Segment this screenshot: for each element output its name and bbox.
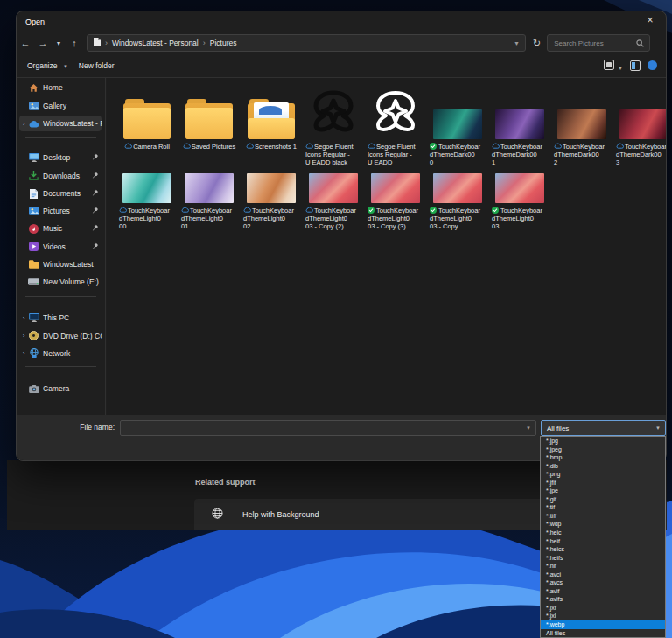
file-label: Screenshots 1 <box>243 143 299 151</box>
documents-icon <box>28 189 39 199</box>
file-item[interactable]: TouchKeyboar dThemeLight0 01 <box>181 172 237 230</box>
file-type-option[interactable]: *.jfif <box>541 479 665 487</box>
file-type-option[interactable]: *.bmp <box>541 453 665 462</box>
navigation-pane: HomeGallery›WindowsLatest - PeDesktopDow… <box>17 78 106 415</box>
recent-locations-icon[interactable]: ▾ <box>52 39 66 47</box>
help-icon[interactable] <box>648 60 657 70</box>
sidebar-item-label: Camera <box>43 384 102 393</box>
file-type-option[interactable]: *.hif <box>541 562 665 571</box>
preview-pane-icon[interactable] <box>630 60 640 71</box>
sidebar-item-documents[interactable]: Documents <box>19 186 102 201</box>
back-icon[interactable]: ← <box>17 38 34 48</box>
sidebar-item-label: Documents <box>43 189 92 198</box>
file-type-select[interactable]: All files ▼ <box>541 420 666 436</box>
file-item[interactable]: TouchKeyboar dThemeLight0 03 - Copy (3) <box>368 172 424 230</box>
expander-icon[interactable]: › <box>19 332 28 340</box>
image-thumbnail <box>309 173 358 203</box>
sidebar-item-windowslatest[interactable]: WindowsLatest <box>19 256 102 272</box>
sidebar-item-dvd-drive-d-ccc[interactable]: ›DVD Drive (D:) CCC <box>19 328 102 344</box>
up-icon[interactable]: ↑ <box>66 38 83 48</box>
file-item[interactable]: Camera Roll <box>119 88 175 151</box>
refresh-icon[interactable]: ↻ <box>533 38 541 49</box>
file-item[interactable]: TouchKeyboar dThemeLight0 03 - Copy (2) <box>305 172 361 230</box>
dvd-icon <box>28 331 39 340</box>
file-type-option[interactable]: *.tiff <box>541 512 665 521</box>
file-label: TouchKeyboar dThemeLight0 02 <box>243 207 299 230</box>
expander-icon[interactable]: › <box>19 349 28 357</box>
file-type-option[interactable]: *.jpeg <box>541 445 665 454</box>
file-type-option[interactable]: *.jpe <box>541 487 665 495</box>
file-type-option[interactable]: *.jpg <box>541 437 665 445</box>
file-name-input[interactable]: ▼ <box>120 420 536 436</box>
sidebar-item-label: Gallery <box>43 102 102 110</box>
sidebar-item-label: DVD Drive (D:) CCC <box>43 332 102 340</box>
file-item[interactable]: TouchKeyboar dThemeLight0 00 <box>119 172 175 230</box>
new-folder-button[interactable]: New folder <box>79 61 115 70</box>
expander-icon[interactable]: › <box>19 314 28 322</box>
music-icon <box>28 224 39 234</box>
file-item[interactable]: TouchKeyboar dThemeLight0 03 <box>492 172 548 230</box>
breadcrumb[interactable]: › WindowsLatest - Personal › Pictures ▼ <box>87 34 526 52</box>
expander-icon[interactable]: › <box>19 120 28 128</box>
file-type-option[interactable]: *.heics <box>541 545 665 554</box>
sidebar-item-windowslatest-pe[interactable]: ›WindowsLatest - Pe <box>19 116 102 131</box>
sidebar-item-videos[interactable]: Videos <box>19 239 102 255</box>
file-item[interactable]: TouchKeyboar dThemeDark00 3 <box>616 88 666 166</box>
file-type-option[interactable]: *.dib <box>541 462 665 471</box>
file-type-option[interactable]: *.wdp <box>541 520 665 529</box>
file-type-option[interactable]: *.avcs <box>541 578 665 587</box>
sidebar-item-desktop[interactable]: Desktop <box>19 150 102 165</box>
file-type-option[interactable]: *.jxr <box>541 604 665 613</box>
network-icon <box>28 348 39 358</box>
file-item[interactable]: Segoe Fluent Icons Regular - U EADD blac… <box>305 88 361 166</box>
forward-icon[interactable]: → <box>34 38 52 48</box>
file-item[interactable]: TouchKeyboar dThemeDark00 1 <box>492 88 548 166</box>
search-placeholder: Search Pictures <box>554 39 603 47</box>
file-type-option[interactable]: *.avci <box>541 571 665 579</box>
sidebar-item-new-volume-e[interactable]: New Volume (E:) <box>19 274 102 290</box>
search-input[interactable]: Search Pictures <box>547 34 650 52</box>
breadcrumb-item-onedrive[interactable]: WindowsLatest - Personal <box>112 39 199 47</box>
sidebar-item-camera[interactable]: Camera <box>19 381 102 396</box>
breadcrumb-item-pictures[interactable]: Pictures <box>210 39 237 47</box>
file-type-option[interactable]: *.jxl <box>541 612 665 620</box>
file-type-option[interactable]: *.heifs <box>541 554 665 563</box>
file-type-option[interactable]: *.webp <box>541 620 665 629</box>
sidebar-item-music[interactable]: Music <box>19 221 102 236</box>
sidebar-item-network[interactable]: ›Network <box>19 346 102 361</box>
cloud-status-icon <box>305 207 312 214</box>
sidebar-item-gallery[interactable]: Gallery <box>19 98 102 114</box>
image-thumbnail <box>371 173 420 203</box>
file-item[interactable]: Screenshots 1 <box>243 88 299 151</box>
cloud-status-icon <box>181 207 188 214</box>
close-icon[interactable]: × <box>643 14 657 26</box>
navigation-bar: ← → ▾ ↑ › WindowsLatest - Personal › Pic… <box>17 32 666 53</box>
file-type-option[interactable]: *.heif <box>541 537 665 546</box>
sidebar-item-label: Downloads <box>43 172 92 180</box>
file-item[interactable]: Saved Pictures <box>181 88 237 151</box>
sidebar-item-downloads[interactable]: Downloads <box>19 168 102 184</box>
file-type-option[interactable]: *.heic <box>541 529 665 537</box>
file-item[interactable]: TouchKeyboar dThemeLight0 03 - Copy <box>430 172 486 230</box>
file-item[interactable]: TouchKeyboar dThemeDark00 2 <box>554 88 610 166</box>
file-item[interactable]: TouchKeyboar dThemeDark00 0 <box>430 88 486 166</box>
address-dropdown-icon[interactable]: ▼ <box>514 40 520 46</box>
file-item[interactable]: TouchKeyboar dThemeLight0 02 <box>243 172 299 230</box>
file-label: TouchKeyboar dThemeLight0 03 <box>492 207 548 230</box>
organize-button[interactable]: Organize ▼ <box>27 61 68 70</box>
file-type-option[interactable]: *.tif <box>541 503 665 512</box>
sidebar-item-home[interactable]: Home <box>19 80 102 95</box>
file-type-option[interactable]: *.png <box>541 470 665 479</box>
location-icon <box>94 38 101 48</box>
dialog-titlebar[interactable]: Open × <box>17 11 666 32</box>
sidebar-item-this-pc[interactable]: ›This PC <box>19 310 102 326</box>
view-mode-button[interactable]: ▼ <box>604 58 623 74</box>
file-type-option[interactable]: *.avifs <box>541 595 665 604</box>
sidebar-item-pictures[interactable]: Pictures <box>19 203 102 219</box>
chevron-down-icon: ▼ <box>618 66 623 71</box>
file-type-option[interactable]: All files <box>541 629 665 638</box>
file-type-option[interactable]: *.avif <box>541 587 665 596</box>
sidebar-item-label: Pictures <box>43 207 92 215</box>
file-type-option[interactable]: *.gif <box>541 495 665 504</box>
file-item[interactable]: Segoe Fluent Icons Regular - U EADD <box>368 88 424 166</box>
